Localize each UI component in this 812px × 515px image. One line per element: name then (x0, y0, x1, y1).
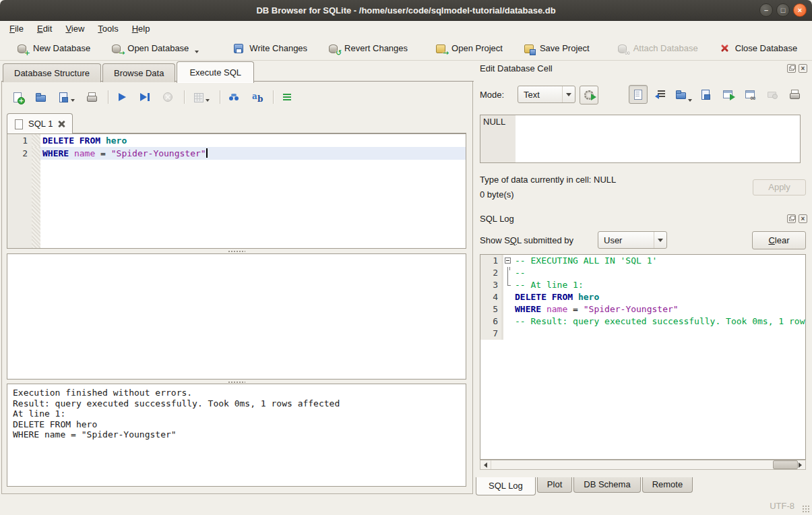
tab-database-structure[interactable]: Database Structure (3, 63, 101, 82)
open-sql-file-button[interactable] (32, 89, 49, 105)
word-wrap-button[interactable] (652, 86, 670, 103)
code-line[interactable]: 2WHERE name = "Spider-Youngster" (7, 147, 466, 160)
revert-changes-icon (327, 42, 340, 55)
splitter-handle[interactable] (7, 249, 466, 253)
wrap-icon (655, 88, 667, 100)
execute-all-button[interactable] (114, 89, 130, 105)
line-number: 1 (480, 255, 503, 267)
sql-log-view[interactable]: 1-- EXECUTING ALL IN 'SQL 1'2--3-- At li… (480, 254, 806, 460)
import-data-button[interactable] (675, 86, 692, 103)
window-title: DB Browser for SQLite - /home/user/code/… (256, 5, 555, 16)
encoding-label: UTF-8 (770, 501, 794, 511)
float-panel-icon[interactable] (787, 64, 796, 73)
open-database-button-label: Open Database (127, 43, 189, 53)
open-project-button[interactable]: Open Project (429, 40, 508, 57)
close-database-button[interactable]: Close Database (713, 40, 803, 57)
mode-select[interactable]: Text (518, 86, 575, 103)
dock-tab-plot[interactable]: Plot (537, 477, 572, 493)
export-data-button[interactable] (697, 86, 714, 103)
statusbar: UTF-8 (0, 495, 812, 515)
cell-value-editor[interactable]: NULL (480, 115, 801, 163)
sql-document-tab[interactable]: SQL 1 (7, 113, 73, 133)
play-line-icon (139, 91, 151, 103)
save-sql-file-button[interactable] (55, 89, 77, 105)
chevron-down-icon[interactable] (195, 51, 199, 53)
open-database-button[interactable]: Open Database (105, 40, 204, 57)
results-grid[interactable] (7, 253, 466, 380)
log-line: 1-- EXECUTING ALL IN 'SQL 1' (480, 255, 805, 267)
close-panel-icon[interactable] (799, 214, 807, 223)
auto-format-button[interactable] (279, 89, 295, 105)
find-button[interactable] (226, 89, 242, 105)
tab-new-icon (11, 91, 24, 103)
cell-null-gutter: NULL (480, 115, 516, 162)
float-panel-icon[interactable] (787, 214, 796, 223)
log-filter-label: Show SQL submitted by (480, 235, 573, 245)
new-sql-tab-button[interactable] (9, 89, 26, 105)
write-changes-button[interactable]: Write Changes (227, 40, 313, 57)
db-open-icon (111, 42, 123, 55)
attach-database-button-label: Attach Database (633, 43, 698, 53)
sql-code-editor[interactable]: 1DELETE FROM hero2WHERE name = "Spider-Y… (7, 133, 466, 249)
menu-help[interactable]: Help (125, 22, 157, 36)
minimize-button[interactable]: – (759, 3, 773, 17)
chevron-down-icon[interactable] (71, 99, 75, 102)
save-results-icon (192, 91, 204, 103)
editor-empty-area (7, 160, 466, 248)
dock-tab-sql-log[interactable]: SQL Log (476, 477, 536, 495)
revert-changes-button[interactable]: Revert Changes (322, 40, 413, 57)
clear-log-button[interactable]: Clear (752, 231, 806, 249)
scrollbar-thumb[interactable] (773, 460, 798, 469)
resize-grip[interactable] (802, 505, 810, 513)
save-results-button (190, 89, 212, 105)
close-tab-icon[interactable] (57, 120, 65, 128)
cell-editor-toolbar (629, 85, 808, 104)
fold-margin (32, 147, 40, 160)
log-line: 2-- (480, 267, 805, 279)
execution-message-pane[interactable]: Execution finished without errors. Resul… (7, 384, 466, 487)
write-changes-icon (232, 42, 245, 55)
stop-button (160, 89, 176, 105)
cell-settings-button[interactable] (580, 86, 598, 104)
log-filter-select[interactable]: User (598, 231, 667, 249)
copy-link-button[interactable] (741, 86, 759, 103)
log-horizontal-scrollbar[interactable] (480, 460, 806, 470)
line-number: 5 (480, 303, 503, 315)
open-external-button[interactable] (719, 86, 737, 103)
apply-button: Apply (753, 179, 806, 195)
replace-button[interactable] (249, 89, 265, 105)
print-icon (788, 88, 801, 100)
menu-tools[interactable]: Tools (91, 22, 125, 36)
open-project-button-label: Open Project (451, 43, 503, 53)
log-text: -- Result: query executed successfully. … (513, 315, 805, 328)
cell-value-area[interactable] (516, 115, 800, 162)
chevron-down-icon[interactable] (688, 99, 692, 102)
save-project-button[interactable]: Save Project (518, 40, 595, 57)
execute-current-line-button[interactable] (137, 89, 153, 105)
chevron-down-icon[interactable] (206, 99, 210, 102)
fold-collapse-icon[interactable] (505, 258, 511, 264)
close-db-icon (718, 42, 730, 55)
menu-file[interactable]: File (3, 22, 30, 36)
scrollbar-track[interactable] (491, 460, 795, 469)
code-line[interactable]: 1DELETE FROM hero (7, 134, 466, 147)
print-button[interactable] (84, 89, 100, 105)
text-mode-button[interactable] (629, 85, 648, 104)
open-project-icon (435, 42, 447, 55)
line-number: 4 (480, 291, 503, 303)
new-database-button[interactable]: New Database (11, 40, 96, 57)
menu-edit[interactable]: Edit (30, 22, 59, 36)
close-panel-icon[interactable] (799, 64, 807, 73)
log-text: -- EXECUTING ALL IN 'SQL 1' (513, 255, 805, 267)
print-cell-button[interactable] (786, 86, 803, 103)
close-button[interactable]: × (793, 3, 807, 17)
dock-tab-remote[interactable]: Remote (642, 477, 693, 493)
tab-browse-data[interactable]: Browse Data (102, 63, 175, 82)
dock-tab-db-schema[interactable]: DB Schema (573, 477, 640, 493)
menu-view[interactable]: View (59, 22, 91, 36)
maximize-button[interactable]: □ (776, 3, 790, 17)
scroll-left-icon[interactable] (480, 460, 491, 469)
save-project-icon (523, 42, 535, 55)
titlebar[interactable]: DB Browser for SQLite - /home/user/code/… (0, 0, 812, 21)
tab-execute-sql[interactable]: Execute SQL (177, 61, 254, 83)
